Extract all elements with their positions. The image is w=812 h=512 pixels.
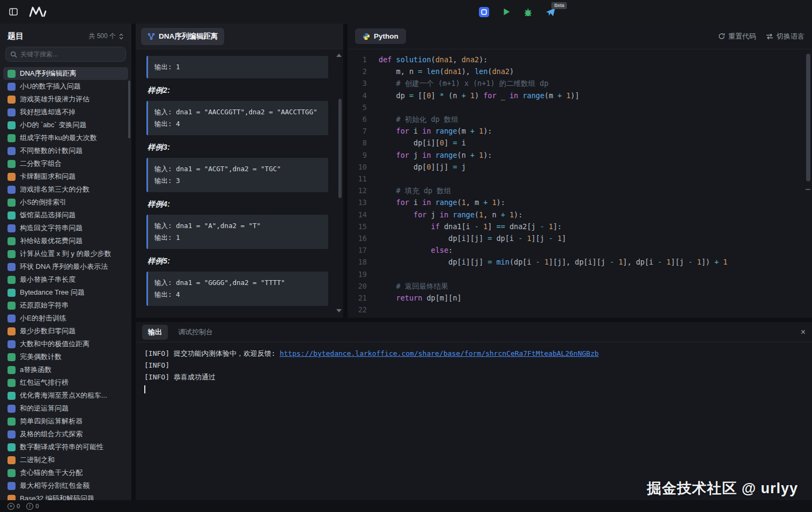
code-line[interactable]: 11 [355, 173, 812, 185]
code-line[interactable]: 10 dp[0][j] = j [355, 161, 812, 173]
reset-code-button[interactable]: 重置代码 [718, 32, 756, 41]
sidebar-item[interactable]: 最大相等分割红包金额 [3, 479, 128, 492]
problem-tag-icon [8, 379, 16, 387]
sidebar-item[interactable]: 游戏排名第三大的分数 [3, 183, 128, 196]
code-line[interactable]: 12 # 填充 dp 数组 [355, 185, 812, 196]
sidebar-item-label: 二进制之和 [20, 455, 55, 465]
problem-tag-icon [8, 353, 16, 361]
sort-toggle-icon[interactable] [119, 33, 124, 40]
tab-output[interactable]: 输出 [142, 325, 168, 340]
extension-button[interactable] [476, 4, 492, 20]
sample-line: 输入: dna1 = "GGGG",dna2 = "TTTT" [154, 277, 322, 289]
problem-title: DNA序列编辑距离 [159, 32, 218, 41]
tab-debug-console[interactable]: 调试控制台 [172, 325, 219, 340]
code-line[interactable]: 20 # 返回最终结果 [355, 280, 812, 292]
sidebar-item-label: 及格的组合方式探索 [20, 429, 83, 439]
sidebar-item[interactable]: 我好想逃却逃不掉 [3, 106, 128, 119]
code-line[interactable]: 19 [355, 268, 812, 280]
code-line[interactable]: 18 dp[i][j] = min(dp[i - 1][j], dp[i][j … [355, 256, 812, 268]
problem-tag-icon [8, 108, 16, 116]
editor-scrollbar[interactable] [806, 54, 810, 181]
scroll-down-icon[interactable] [336, 309, 342, 312]
code-line[interactable]: 13 for i in range(1, m + 1): [355, 196, 812, 208]
sidebar-scrollbar[interactable] [128, 81, 130, 138]
sidebar-item[interactable]: 优化青海湖至景点X的租车... [3, 389, 128, 402]
code-line[interactable]: 1def solution(dna1, dna2): [355, 54, 812, 65]
sidebar-item[interactable]: 游戏英雄升级潜力评估 [3, 93, 128, 106]
code-line[interactable]: 2 m, n = len(dna1), len(dna2) [355, 65, 812, 77]
warnings-indicator[interactable]: ! 0 [26, 503, 39, 510]
search-input[interactable] [20, 50, 121, 58]
code-line[interactable]: 7 for i in range(m + 1): [355, 125, 812, 137]
sidebar-item[interactable]: 简单四则运算解析器 [3, 415, 128, 428]
sidebar-item[interactable]: 贪心猫的鱼干大分配 [3, 466, 128, 479]
sidebar-item[interactable]: 小E的射击训练 [3, 312, 128, 325]
sidebar-item[interactable]: 红包运气排行榜 [3, 376, 128, 389]
line-number: 22 [355, 304, 379, 316]
code-line[interactable]: 5 [355, 101, 812, 113]
code-line[interactable]: 22 [355, 304, 812, 316]
sidebar-item[interactable]: 补给站最优花费问题 [3, 235, 128, 247]
switch-language-button[interactable]: 切换语言 [766, 32, 804, 41]
sidebar-item[interactable]: 小D的 `abc` 变换问题 [3, 119, 128, 131]
sidebar-item[interactable]: 小U的数字插入问题 [3, 80, 128, 93]
code-line[interactable]: 3 # 创建一个 (m+1) x (n+1) 的二维数组 dp [355, 77, 812, 89]
close-icon[interactable]: × [801, 328, 806, 337]
share-button[interactable]: Beta [543, 4, 558, 20]
sidebar-item-label: 小S的倒排索引 [20, 198, 67, 207]
sidebar-item[interactable]: 大数和中的极值位距离 [3, 338, 128, 350]
code-line[interactable]: 9 for j in range(n + 1): [355, 149, 812, 161]
code-line[interactable]: 21 return dp[m][n] [355, 292, 812, 304]
code-line[interactable]: 4 dp = [[0] * (n + 1) for _ in range(m +… [355, 90, 812, 101]
sidebar-item[interactable]: 还原原始字符串 [3, 299, 128, 312]
sidebar-item[interactable]: Base32 编码和解码问题 [3, 492, 128, 500]
sidebar-item[interactable]: 构造回文字符串问题 [3, 222, 128, 235]
problem-scrollbar[interactable] [338, 99, 342, 198]
scroll-up-icon[interactable] [336, 54, 342, 57]
sidebar-item[interactable]: 完美偶数计数 [3, 350, 128, 363]
sidebar-item[interactable]: DNA序列编辑距离 [3, 67, 128, 80]
code-text: for j in range(n + 1): [379, 149, 492, 161]
sidebar-item[interactable]: 最少步数归零问题 [3, 325, 128, 338]
sample-heading: 样例2: [147, 86, 328, 96]
sidebar-item[interactable]: 和的逆运算问题 [3, 402, 128, 415]
sidebar-item[interactable]: 环状 DNA 序列的最小表示法 [3, 260, 128, 273]
sidebar-item[interactable]: 组成字符串ku的最大次数 [3, 131, 128, 144]
sidebar-item[interactable]: 不同整数的计数问题 [3, 144, 128, 157]
sidebar-item[interactable]: 二分数字组合 [3, 157, 128, 170]
feedback-link[interactable]: https://bytedance.larkoffice.com/share/b… [279, 349, 599, 357]
error-count: 0 [17, 503, 20, 509]
switch-language-label: 切换语言 [777, 32, 804, 41]
run-button[interactable] [499, 5, 513, 19]
language-selector[interactable]: Python [355, 28, 406, 44]
sidebar-item[interactable]: 小S的倒排索引 [3, 196, 128, 209]
problem-tab[interactable]: DNA序列编辑距离 [141, 28, 224, 45]
sidebar-item-label: 大数和中的极值位距离 [20, 339, 90, 349]
search-box [5, 47, 126, 62]
code-line[interactable]: 15 if dna1[i - 1] == dna2[j - 1]: [355, 221, 812, 232]
code-line[interactable]: 8 dp[i][0] = i [355, 137, 812, 149]
sidebar-item-label: 卡牌翻面求和问题 [20, 172, 76, 181]
sidebar-item[interactable]: 最小替换子串长度 [3, 273, 128, 286]
line-number: 20 [355, 280, 379, 292]
panel-toggle-button[interactable] [6, 5, 20, 19]
code-line[interactable]: 16 dp[i][j] = dp[i - 1][j - 1] [355, 232, 812, 244]
code-line[interactable]: 14 for j in range(1, n + 1): [355, 209, 812, 221]
errors-indicator[interactable]: × 0 [8, 503, 20, 510]
sidebar-item[interactable]: 卡牌翻面求和问题 [3, 170, 128, 183]
sidebar-item[interactable]: Bytedance Tree 问题 [3, 286, 128, 299]
problem-tag-icon [8, 289, 16, 297]
sidebar-item[interactable]: 二进制之和 [3, 454, 128, 466]
code-line[interactable]: 6 # 初始化 dp 数组 [355, 113, 812, 125]
code-area[interactable]: 1def solution(dna1, dna2):2 m, n = len(d… [348, 49, 812, 318]
code-line[interactable]: 17 else: [355, 244, 812, 256]
problem-list: DNA序列编辑距离小U的数字插入问题游戏英雄升级潜力评估我好想逃却逃不掉小D的 … [0, 66, 131, 500]
sidebar-item[interactable]: 饭馆菜品选择问题 [3, 209, 128, 222]
debug-button[interactable] [521, 5, 535, 19]
sample-heading: 样例5: [147, 257, 328, 266]
sidebar-item[interactable]: 计算从位置 x 到 y 的最少步数 [3, 247, 128, 260]
sidebar-item[interactable]: 数字翻译成字符串的可能性 [3, 441, 128, 454]
problem-tag-icon [8, 121, 16, 129]
sidebar-item[interactable]: a替换函数 [3, 363, 128, 376]
sidebar-item[interactable]: 及格的组合方式探索 [3, 428, 128, 441]
